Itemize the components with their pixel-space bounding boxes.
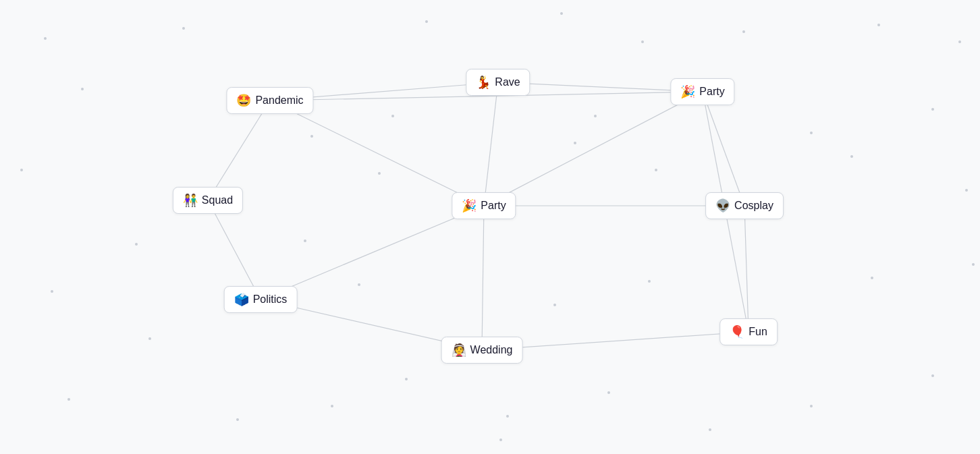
node-emoji: 👰 [452,343,466,358]
node-emoji: 🤩 [236,93,251,108]
node-emoji: 👽 [715,198,730,213]
edge [261,206,484,300]
node-party_mid[interactable]: 🎉Party [452,192,516,219]
node-fun[interactable]: 🎈Fun [719,318,778,345]
node-rave[interactable]: 💃Rave [466,69,530,96]
node-cosplay[interactable]: 👽Cosplay [705,192,784,219]
edge [208,200,261,300]
node-label: Party [481,200,506,212]
node-party_top[interactable]: 🎉Party [670,78,734,105]
edge [484,82,498,206]
edge [703,92,744,206]
node-label: Politics [253,293,288,306]
node-label: Squad [202,194,233,206]
node-label: Cosplay [734,200,773,212]
node-emoji: 🎉 [462,198,477,213]
node-emoji: 🗳️ [234,292,249,307]
node-label: Party [699,86,724,98]
edge [482,206,484,350]
edge [208,101,270,200]
node-pandemic[interactable]: 🤩Pandemic [226,87,313,114]
node-emoji: 👫 [183,193,198,208]
node-emoji: 🎈 [730,324,744,339]
node-politics[interactable]: 🗳️Politics [224,286,298,313]
node-squad[interactable]: 👫Squad [173,187,243,214]
graph-canvas: 🤩Pandemic💃Rave🎉Party👫Squad🎉Party👽Cosplay… [0,0,980,454]
node-emoji: 🎉 [680,84,695,99]
edge [484,92,703,206]
edges-layer [0,0,980,454]
node-label: Wedding [470,344,513,356]
node-label: Rave [495,76,520,88]
node-label: Pandemic [255,94,303,107]
node-label: Fun [748,326,767,338]
edge [270,101,484,206]
node-wedding[interactable]: 👰Wedding [441,337,523,364]
node-emoji: 💃 [476,75,491,90]
